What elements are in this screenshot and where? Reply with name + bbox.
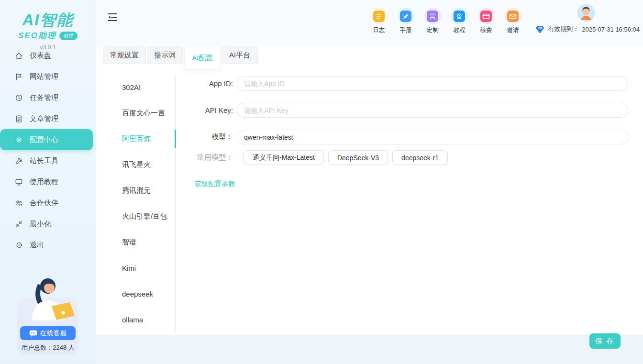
tab-prompts[interactable]: 提示词: [147, 46, 183, 64]
logo-title: AI智能: [0, 10, 96, 31]
common-models-row: 常用模型： 通义千问-Max-Latest DeepSeek-V3 deepse…: [182, 150, 448, 165]
sidebar-item-label: 最小化: [30, 220, 51, 229]
logo-subtitle: SEO助理: [18, 30, 56, 41]
document-icon: [14, 114, 23, 123]
support-agent-illustration: [18, 273, 78, 330]
api-key-label: API Key:: [182, 106, 233, 114]
model-option-deepseek-r1[interactable]: deepseek-r1: [392, 150, 448, 165]
ai-provider-menu: 302AI 百度文心一言 阿里百炼 讯飞星火 腾讯混元 火山引擎/豆包 智谱 K…: [103, 74, 176, 332]
tab-ai-config[interactable]: AI配置: [184, 46, 221, 70]
api-key-field[interactable]: [237, 103, 628, 118]
provider-tencent-hunyuan[interactable]: 腾讯混元: [103, 177, 175, 203]
app-logo: AI智能 SEO助理 软件 v3.0.1: [0, 0, 96, 51]
app-id-field[interactable]: [237, 76, 628, 91]
provider-ali-bailian[interactable]: 阿里百炼: [103, 126, 175, 152]
user-avatar[interactable]: [577, 4, 595, 22]
provider-zhipu[interactable]: 智谱: [103, 229, 175, 255]
invite-icon: [505, 8, 521, 24]
sidebar-item-label: 任务管理: [30, 93, 58, 102]
sidebar-item-label: 使用教程: [30, 177, 58, 187]
sidebar-item-dashboard[interactable]: 仪表盘: [0, 45, 96, 66]
sidebar-item-websites[interactable]: 网站管理: [0, 66, 96, 87]
common-models-label: 常用模型：: [182, 153, 233, 162]
app-id-row: App ID:: [182, 76, 628, 91]
api-key-row: API Key:: [182, 103, 628, 118]
svg-text:VIP: VIP: [538, 26, 542, 29]
settings-tabs: 常规设置 提示词 AI配置 AI平台: [103, 46, 258, 70]
sidebar-item-label: 合作伙伴: [30, 199, 58, 208]
customer-service-block: 在线客服 用户总数：2248 人: [0, 273, 96, 364]
sidebar-collapse-icon[interactable]: [107, 12, 118, 22]
wrench-icon: [14, 156, 23, 165]
provider-baidu-ernie[interactable]: 百度文心一言: [103, 100, 175, 126]
sidebar-item-label: 网站管理: [30, 72, 58, 81]
model-label: 模型：: [182, 132, 233, 142]
logo-badge: 软件: [59, 32, 78, 40]
manual-icon: [398, 8, 414, 24]
sidebar-item-label: 仪表盘: [30, 51, 51, 60]
sidebar-item-config-center[interactable]: 配置中心: [0, 129, 93, 150]
custom-icon: [424, 8, 441, 24]
model-option-qwen-max-latest[interactable]: 通义千问-Max-Latest: [244, 150, 324, 165]
provider-kimi[interactable]: Kimi: [103, 255, 175, 281]
sidebar-item-tasks[interactable]: 任务管理: [0, 87, 96, 108]
chat-bubble-icon: [29, 330, 37, 337]
flag-icon: [14, 72, 23, 81]
sidebar-item-partners[interactable]: 合作伙伴: [0, 192, 96, 213]
quick-links: 日志 手册 定制 教程 续费 邀请: [366, 8, 526, 34]
renew-icon: [478, 8, 495, 24]
gear-icon: [14, 135, 23, 144]
sidebar-item-logout[interactable]: 退出: [0, 234, 96, 255]
log-icon: [371, 8, 388, 24]
tab-ai-platform[interactable]: AI平台: [222, 46, 258, 64]
quick-link-custom[interactable]: 定制: [419, 8, 446, 34]
partners-icon: [14, 199, 23, 208]
minimize-icon: [14, 220, 23, 229]
fetch-config-link[interactable]: 获取配置参数: [195, 180, 235, 188]
quick-link-invite[interactable]: 邀请: [499, 8, 526, 34]
sidebar-item-label: 文章管理: [30, 114, 58, 123]
provider-xunfei-spark[interactable]: 讯飞星火: [103, 152, 175, 177]
sidebar-menu: 仪表盘 网站管理 任务管理 文章管理 配置中心 站长工具 使用教程 合作伙伴: [0, 45, 96, 255]
quick-link-renew[interactable]: 续费: [473, 8, 499, 34]
quick-link-manual[interactable]: 手册: [392, 8, 419, 34]
sidebar-item-label: 站长工具: [30, 156, 58, 165]
home-icon: [14, 51, 23, 60]
user-count: 用户总数：2248 人: [0, 343, 96, 352]
vip-diamond-icon: VIP: [535, 25, 545, 33]
sidebar-item-minimize[interactable]: 最小化: [0, 213, 96, 234]
sidebar-item-label: 配置中心: [30, 135, 58, 144]
clock-icon: [14, 93, 23, 102]
footer-strip: [96, 335, 643, 364]
vip-expiry-label: 有效期到：: [548, 25, 579, 33]
provider-volcano-doubao[interactable]: 火山引擎/豆包: [103, 203, 175, 229]
online-service-button[interactable]: 在线客服: [20, 326, 76, 340]
sidebar-item-articles[interactable]: 文章管理: [0, 108, 96, 129]
vip-expiry-value: 2025-07-31 16:56:04: [582, 26, 640, 33]
tab-general-settings[interactable]: 常规设置: [103, 46, 146, 64]
model-field[interactable]: [237, 130, 628, 144]
save-button[interactable]: 保 存: [589, 333, 621, 349]
quick-link-tutorial[interactable]: 教程: [446, 8, 473, 34]
monitor-icon: [14, 177, 23, 187]
logout-icon: [14, 241, 23, 250]
provider-deepseek[interactable]: deepseek: [103, 281, 175, 307]
quick-link-logs[interactable]: 日志: [366, 8, 392, 34]
sidebar-item-webmaster-tools[interactable]: 站长工具: [0, 150, 96, 171]
sidebar: AI智能 SEO助理 软件 v3.0.1 仪表盘 网站管理 任务管理 文章管理 …: [0, 0, 96, 364]
sidebar-item-tutorials[interactable]: 使用教程: [0, 171, 96, 192]
tutorial-icon: [451, 8, 468, 24]
sidebar-item-label: 退出: [30, 241, 44, 250]
vip-status: VIP 有效期到： 2025-07-31 16:56:04: [535, 25, 640, 33]
online-service-label: 在线客服: [40, 329, 67, 338]
app-id-label: App ID:: [182, 79, 233, 88]
provider-ollama[interactable]: ollama: [103, 307, 175, 332]
model-option-deepseek-v3[interactable]: DeepSeek-V3: [328, 150, 388, 165]
model-row: 模型：: [182, 130, 628, 144]
provider-302ai[interactable]: 302AI: [103, 74, 175, 100]
